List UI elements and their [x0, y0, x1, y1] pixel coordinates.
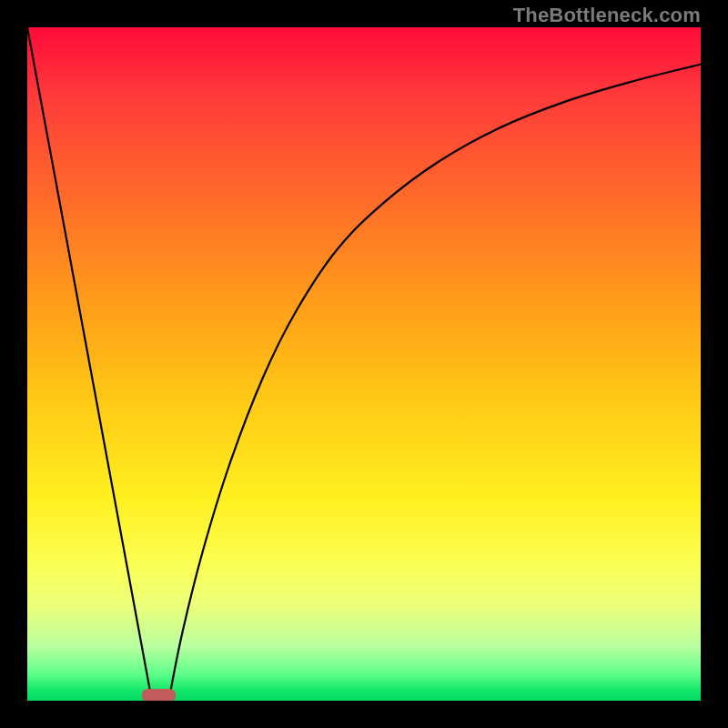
plot-area	[27, 27, 701, 701]
curve-layer	[27, 27, 701, 701]
chart-frame: TheBottleneck.com	[0, 0, 728, 728]
bottleneck-marker	[142, 689, 176, 701]
left-branch-line	[27, 27, 152, 701]
watermark-text: TheBottleneck.com	[513, 4, 701, 27]
right-branch-curve	[168, 65, 701, 701]
